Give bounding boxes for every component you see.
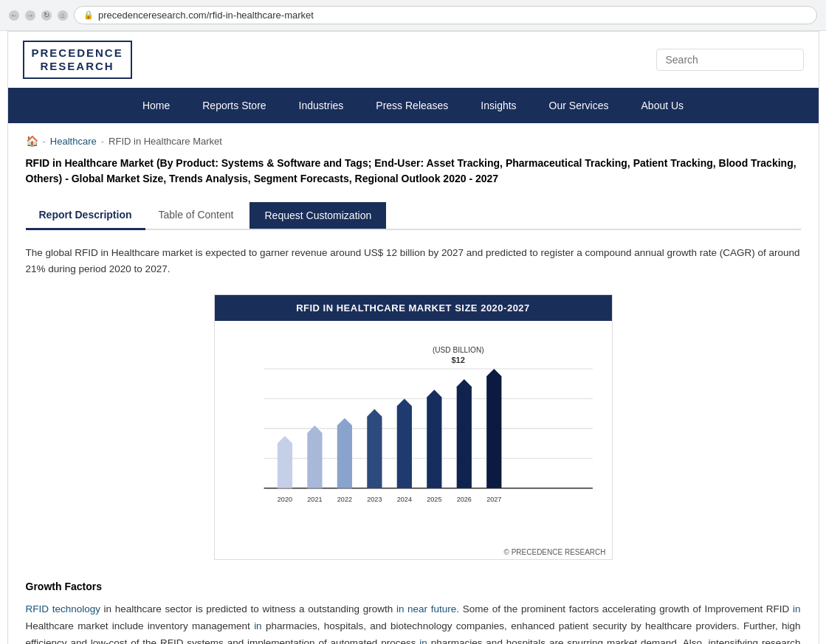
svg-text:2022: 2022 xyxy=(337,496,351,503)
content-area: 🏠 - Healthcare - RFID in Healthcare Mark… xyxy=(8,123,819,644)
site-logo[interactable]: PRECEDENCE RESEARCH xyxy=(23,41,132,79)
svg-text:2021: 2021 xyxy=(307,496,322,503)
svg-text:2025: 2025 xyxy=(427,496,441,503)
lock-icon: 🔒 xyxy=(83,10,94,20)
nav-reports-store[interactable]: Reports Store xyxy=(186,88,282,123)
forward-button[interactable]: → xyxy=(25,10,35,21)
logo-line1: PRECEDENCE xyxy=(32,46,123,60)
growth-text: RFID technology in healthcare sector is … xyxy=(26,601,801,644)
home-browser-button[interactable]: ⌂ xyxy=(58,10,68,21)
svg-text:2023: 2023 xyxy=(367,496,382,503)
svg-text:2020: 2020 xyxy=(277,496,292,503)
intro-text: The global RFID in Healthcare market is … xyxy=(26,245,801,277)
growth-highlight-5: in xyxy=(254,620,262,631)
chart-container: RFID IN HEALTHCARE MARKET SIZE 2020-2027… xyxy=(214,294,613,560)
chart-svg-wrapper: (USD BILLION) $12 xyxy=(227,333,600,539)
svg-text:2027: 2027 xyxy=(486,496,501,503)
url-text: precedenceresearch.com/rfid-in-healthcar… xyxy=(98,10,314,21)
svg-text:2026: 2026 xyxy=(456,496,471,503)
home-icon[interactable]: 🏠 xyxy=(26,135,38,147)
breadcrumb-healthcare[interactable]: Healthcare xyxy=(50,136,97,147)
page-wrapper: PRECEDENCE RESEARCH Home Reports Store I… xyxy=(7,31,819,644)
main-nav: Home Reports Store Industries Press Rele… xyxy=(8,88,819,123)
svg-marker-15 xyxy=(486,369,501,488)
breadcrumb-separator-2: - xyxy=(101,136,104,147)
svg-text:$12: $12 xyxy=(451,356,465,364)
nav-press-releases[interactable]: Press Releases xyxy=(359,88,464,123)
svg-marker-8 xyxy=(277,436,292,488)
svg-text:2024: 2024 xyxy=(396,496,411,503)
svg-marker-12 xyxy=(396,399,411,488)
growth-highlight-6: in xyxy=(419,637,427,644)
tab-report-description[interactable]: Report Description xyxy=(26,201,145,230)
page-title: RFID in Healthcare Market (By Product: S… xyxy=(26,156,801,187)
chart-svg: (USD BILLION) $12 xyxy=(227,333,600,539)
breadcrumb-current: RFID in Healthcare Market xyxy=(109,136,222,147)
breadcrumb-separator-1: - xyxy=(43,136,46,147)
chart-footer: © PRECEDENCE RESEARCH xyxy=(215,545,612,559)
growth-highlight-4: in xyxy=(793,603,801,614)
logo-line2: RESEARCH xyxy=(32,60,123,73)
request-customization-button[interactable]: Request Customization xyxy=(249,202,386,229)
nav-industries[interactable]: Industries xyxy=(283,88,360,123)
search-input[interactable] xyxy=(656,49,804,71)
breadcrumb: 🏠 - Healthcare - RFID in Healthcare Mark… xyxy=(26,135,801,147)
tab-table-of-content[interactable]: Table of Content xyxy=(145,201,247,230)
nav-about-us[interactable]: About Us xyxy=(625,88,701,123)
refresh-button[interactable]: ↻ xyxy=(41,10,52,21)
growth-highlight-1: RFID technology xyxy=(26,603,100,614)
svg-marker-10 xyxy=(337,418,351,488)
back-button[interactable]: ← xyxy=(9,10,19,21)
growth-highlight-2: in xyxy=(396,603,405,614)
svg-marker-14 xyxy=(456,379,471,488)
chart-inner: (USD BILLION) $12 xyxy=(215,321,612,545)
svg-marker-11 xyxy=(367,409,382,488)
chart-title: RFID IN HEALTHCARE MARKET SIZE 2020-2027 xyxy=(215,295,612,321)
nav-our-services[interactable]: Our Services xyxy=(533,88,625,123)
svg-marker-13 xyxy=(427,389,441,488)
address-bar[interactable]: 🔒 precedenceresearch.com/rfid-in-healthc… xyxy=(74,6,817,24)
growth-highlight-3: near future xyxy=(407,603,456,614)
tabs-container: Report Description Table of Content Requ… xyxy=(26,201,801,230)
browser-chrome: ← → ↻ ⌂ 🔒 precedenceresearch.com/rfid-in… xyxy=(0,0,826,31)
nav-home[interactable]: Home xyxy=(126,88,186,123)
svg-marker-9 xyxy=(307,426,322,488)
growth-title: Growth Factors xyxy=(26,581,801,592)
nav-insights[interactable]: Insights xyxy=(464,88,532,123)
svg-text:(USD BILLION): (USD BILLION) xyxy=(432,346,483,354)
site-header: PRECEDENCE RESEARCH xyxy=(8,32,819,88)
